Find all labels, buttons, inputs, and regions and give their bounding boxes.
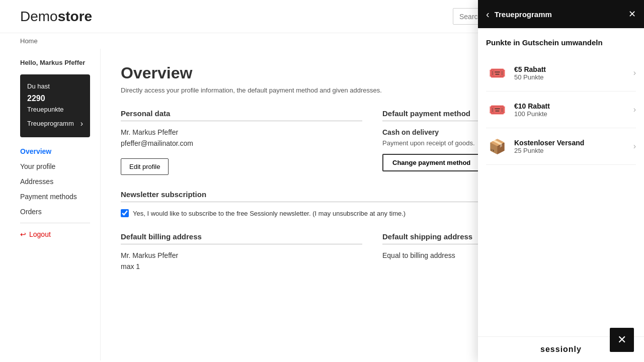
reward-info-1: €10 Rabatt 100 Punkte [514,102,633,118]
logo-regular: Demo [20,9,58,24]
sessionly-brand: sessionly [540,345,582,353]
loyalty-points-label: Treuepunkte [27,105,83,115]
loyalty-prefix: Du hast [27,81,83,92]
reward-item-1[interactable]: 🎟️ €10 Rabatt 100 Punkte › [486,92,636,128]
sidebar-link-payment[interactable]: Payment methods [20,193,77,201]
sidebar-greeting: Hello, Markus Pfeffer [20,59,90,66]
logout-icon: ↩ [20,230,26,238]
change-payment-button[interactable]: Change payment method [382,154,480,171]
loyalty-points: 2290 [27,92,83,105]
bottom-close-button[interactable]: ✕ [610,328,634,352]
personal-data-section: Personal data Mr. Markus Pfeffer pfeffer… [121,109,362,175]
reward-chevron-2-icon: › [633,142,636,151]
logout-button[interactable]: ↩ Logout [20,230,90,238]
reward-item-0[interactable]: 🎟️ €5 Rabatt 50 Punkte › [486,55,636,92]
panel-back-button[interactable]: ‹ [486,9,490,20]
reward-points-1: 100 Punkte [514,110,633,118]
reward-name-0: €5 Rabatt [514,65,633,73]
logo-bold: store [58,9,92,24]
reward-name-2: Kostenloser Versand [514,139,633,147]
reward-item-2[interactable]: 📦 Kostenloser Versand 25 Punkte › [486,128,636,165]
sidebar-link-profile[interactable]: Your profile [20,162,55,170]
reward-icon-1: 🎟️ [486,99,508,121]
sidebar-nav: Overview Your profile Addresses Payment … [20,147,90,216]
reward-chevron-0-icon: › [633,68,636,77]
sidebar-item-payment[interactable]: Payment methods [20,193,90,201]
sidebar-divider [20,223,90,223]
panel-close-button[interactable]: ✕ [628,9,636,20]
loyalty-chevron-icon: › [80,117,83,130]
reward-points-0: 50 Punkte [514,73,633,81]
personal-data-email: pfeffer@mailinator.com [121,139,362,147]
newsletter-checkbox[interactable] [121,209,129,217]
sidebar-item-addresses[interactable]: Addresses [20,177,90,186]
reward-name-1: €10 Rabatt [514,102,633,110]
sidebar-item-overview[interactable]: Overview [20,147,90,155]
edit-profile-button[interactable]: Edit profile [121,158,169,175]
billing-line2: max 1 [121,262,362,270]
sidebar-link-overview[interactable]: Overview [20,147,51,155]
logout-label: Logout [29,230,51,238]
newsletter-label: Yes, I would like to subscribe to the fr… [133,210,406,217]
sidebar-link-orders[interactable]: Orders [20,208,42,216]
reward-info-0: €5 Rabatt 50 Punkte [514,65,633,81]
sidebar-link-addresses[interactable]: Addresses [20,177,53,186]
sidebar-item-profile[interactable]: Your profile [20,162,90,170]
personal-data-name: Mr. Markus Pfeffer [121,128,362,136]
reward-points-2: 25 Punkte [514,147,633,154]
personal-data-title: Personal data [121,109,362,121]
loyalty-program-label: Treueprogramm [27,119,74,129]
reward-info-2: Kostenloser Versand 25 Punkte [514,139,633,154]
billing-title: Default billing address [121,232,362,244]
reward-chevron-1-icon: › [633,105,636,114]
billing-name: Mr. Markus Pfeffer [121,251,362,259]
panel-title: Treueprogramm [495,10,628,19]
panel-section-title: Punkte in Gutschein umwandeln [486,38,636,47]
reward-icon-0: 🎟️ [486,62,508,84]
loyalty-box[interactable]: Du hast 2290 Treuepunkte Treueprogramm › [20,74,90,137]
panel-body: Punkte in Gutschein umwandeln 🎟️ €5 Raba… [478,28,644,336]
sidebar: Hello, Markus Pfeffer Du hast 2290 Treue… [0,49,101,360]
treueprogramm-panel: ‹ Treueprogramm ✕ Punkte in Gutschein um… [478,0,644,360]
billing-section: Default billing address Mr. Markus Pfeff… [121,232,362,274]
reward-icon-2: 📦 [486,135,508,157]
panel-header: ‹ Treueprogramm ✕ [478,0,644,28]
logo: Demostore [20,9,92,25]
breadcrumb-home[interactable]: Home [20,37,38,45]
sidebar-item-orders[interactable]: Orders [20,208,90,216]
